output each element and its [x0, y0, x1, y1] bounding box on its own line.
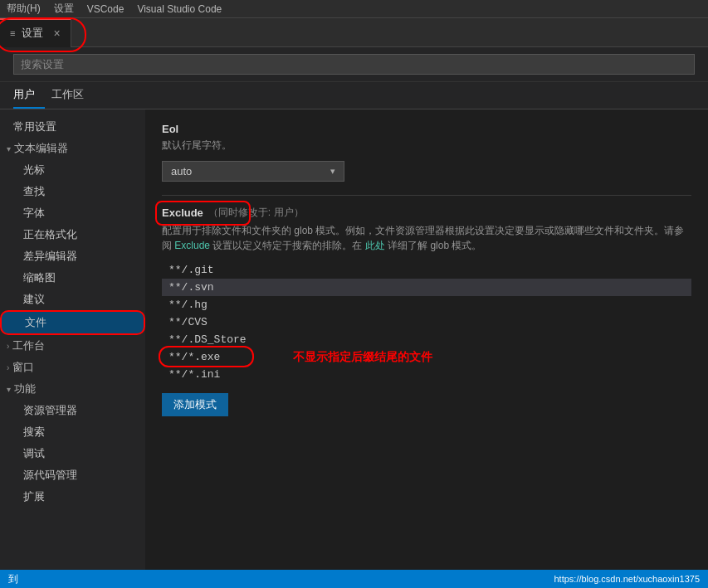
sidebar: 常用设置 ▾ 文本编辑器 光标 查找 字体 正在格式化 差异编辑器 缩略图 建议… — [0, 109, 145, 588]
sidebar-item-suggest[interactable]: 建议 — [0, 289, 145, 310]
glob-item-svn[interactable]: **/.svn — [162, 279, 691, 296]
exclude-link[interactable]: Exclude — [174, 240, 210, 251]
annotation-text: 不显示指定后缀结尾的文件 — [293, 350, 432, 365]
eol-setting: Eol 默认行尾字符。 auto ▾ — [162, 123, 691, 182]
top-bar: 帮助(H) 设置 VSCode Visual Studio Code — [0, 0, 708, 18]
here-link[interactable]: 此处 — [365, 240, 385, 251]
sidebar-item-diff[interactable]: 差异编辑器 — [0, 245, 145, 267]
sidebar-item-text-editor[interactable]: ▾ 文本编辑器 — [0, 138, 145, 159]
sidebar-item-font[interactable]: 字体 — [0, 202, 145, 224]
tab-label: 设置 — [22, 26, 43, 41]
tab-close-button[interactable]: × — [53, 27, 60, 40]
sidebar-item-cursor[interactable]: 光标 — [0, 159, 145, 181]
status-bar-left: 到 — [8, 572, 18, 586]
glob-item-exe-wrapper: **/*.exe 不显示指定后缀结尾的文件 — [162, 348, 691, 366]
sidebar-item-features[interactable]: ▾ 功能 — [0, 378, 145, 400]
divider — [162, 195, 691, 196]
tab-menu-icon: ≡ — [10, 28, 15, 38]
exclude-setting: Exclude （同时修改于: 用户） 配置用于排除文件和文件夹的 glob 模… — [162, 206, 691, 416]
search-bar — [0, 47, 708, 82]
glob-item-exe[interactable]: **/*.exe — [162, 348, 227, 366]
eol-select-value: auto — [171, 165, 192, 177]
add-pattern-button[interactable]: 添加模式 — [162, 393, 228, 416]
sidebar-item-find[interactable]: 查找 — [0, 181, 145, 202]
sidebar-item-explorer[interactable]: 资源管理器 — [0, 400, 145, 421]
sidebar-item-scm[interactable]: 源代码管理 — [0, 464, 145, 486]
menu-vscode[interactable]: VSCode — [87, 3, 125, 15]
chevron-right-icon2: › — [7, 363, 9, 372]
settings-tab-nav: 用户 工作区 — [0, 82, 708, 109]
exclude-note: （同时修改于: 用户） — [208, 206, 304, 220]
exclude-header: Exclude （同时修改于: 用户） — [162, 206, 691, 220]
sidebar-item-minimap[interactable]: 缩略图 — [0, 267, 145, 289]
status-bar-right: https://blog.csdn.net/xuchaoxin1375 — [554, 574, 700, 584]
sidebar-item-extensions[interactable]: 扩展 — [0, 486, 145, 508]
sidebar-item-common[interactable]: 常用设置 — [0, 116, 145, 138]
menu-help[interactable]: 帮助(H) — [7, 2, 41, 16]
eol-label: Eol — [162, 123, 691, 135]
chevron-right-icon: › — [7, 342, 9, 351]
chevron-down-icon2: ▾ — [7, 385, 11, 394]
sidebar-item-debug[interactable]: 调试 — [0, 443, 145, 464]
exclude-desc: 配置用于排除文件和文件夹的 glob 模式。例如，文件资源管理器根据此设置决定要… — [162, 223, 691, 253]
tab-nav-user[interactable]: 用户 — [13, 82, 45, 109]
sidebar-item-search[interactable]: 搜索 — [0, 421, 145, 443]
search-input[interactable] — [13, 54, 695, 75]
menu-settings[interactable]: 设置 — [54, 2, 74, 16]
menu-vscode-full[interactable]: Visual Studio Code — [137, 3, 222, 15]
glob-item-ds-store[interactable]: **/.DS_Store — [162, 331, 691, 348]
glob-item-ini[interactable]: **/*.ini — [162, 366, 691, 383]
settings-content: Eol 默认行尾字符。 auto ▾ Exclude （同时修改于: 用户） 配… — [145, 109, 708, 588]
glob-list: **/.git **/.svn **/.hg **/CVS **/.DS_Sto… — [162, 261, 691, 383]
eol-select[interactable]: auto ▾ — [162, 161, 344, 182]
sidebar-item-workbench[interactable]: › 工作台 — [0, 335, 145, 357]
glob-item-hg[interactable]: **/.hg — [162, 296, 691, 313]
tab-nav-workspace[interactable]: 工作区 — [51, 82, 94, 109]
sidebar-item-window[interactable]: › 窗口 — [0, 357, 145, 378]
exclude-label: Exclude — [162, 207, 203, 219]
sidebar-item-formatting[interactable]: 正在格式化 — [0, 224, 145, 245]
tab-bar: ≡ 设置 × — [0, 18, 708, 47]
glob-item-cvs[interactable]: **/CVS — [162, 313, 691, 331]
glob-item-git[interactable]: **/.git — [162, 261, 691, 279]
main-layout: 常用设置 ▾ 文本编辑器 光标 查找 字体 正在格式化 差异编辑器 缩略图 建议… — [0, 109, 708, 588]
settings-tab[interactable]: ≡ 设置 × — [0, 18, 71, 47]
sidebar-item-files[interactable]: 文件 — [0, 310, 145, 335]
dropdown-arrow-icon: ▾ — [330, 166, 335, 177]
status-bar: 到 https://blog.csdn.net/xuchaoxin1375 — [0, 570, 708, 588]
chevron-down-icon: ▾ — [7, 144, 11, 153]
eol-desc: 默认行尾字符。 — [162, 138, 691, 153]
